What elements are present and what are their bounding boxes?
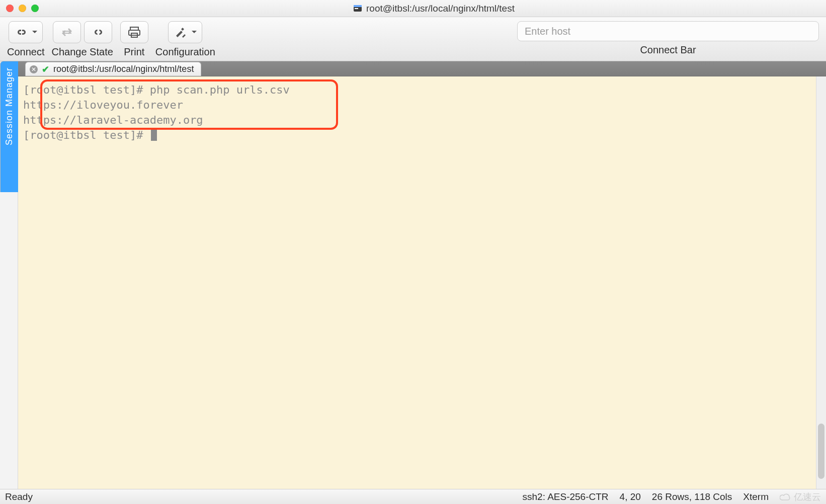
scrollbar-thumb[interactable]: [818, 424, 824, 479]
status-ready: Ready: [5, 491, 33, 502]
change-state-label: Change State: [52, 46, 113, 58]
status-bar: Ready ssh2: AES-256-CTR 4, 20 26 Rows, 1…: [0, 489, 826, 504]
configuration-label: Configuration: [155, 46, 215, 58]
terminal-app-icon: [353, 4, 362, 13]
watermark-text: 亿速云: [794, 491, 821, 503]
terminal-line: [root@itbsl test]# php scan.php urls.csv: [23, 83, 290, 96]
close-window-button[interactable]: [6, 5, 14, 12]
broken-link-icon: [92, 26, 105, 38]
tools-icon: [174, 26, 188, 38]
configuration-button[interactable]: [168, 21, 202, 43]
status-term: Xterm: [743, 491, 769, 502]
window-controls: [6, 5, 39, 12]
terminal-cursor: [151, 129, 157, 141]
minimize-window-button[interactable]: [19, 5, 26, 12]
workspace: Session Manager ✕ ✔ root@itbsl:/usr/loca…: [0, 61, 826, 489]
terminal-line: https://laravel-academy.org: [23, 114, 203, 126]
window-title-text: root@itbsl:/usr/local/nginx/html/test: [366, 3, 515, 14]
connect-bar-group: Connect Bar: [517, 21, 819, 56]
connect-group: Connect: [7, 21, 45, 58]
terminal-container: [root@itbsl test]# php scan.php urls.csv…: [18, 76, 826, 489]
print-label: Print: [124, 46, 144, 58]
tab-connected-icon: ✔: [42, 64, 49, 75]
status-cursor: 4, 20: [620, 491, 641, 502]
maximize-window-button[interactable]: [31, 5, 39, 12]
connect-button[interactable]: [9, 21, 43, 43]
print-group: Print: [120, 21, 148, 58]
session-manager-tab[interactable]: Session Manager: [0, 61, 18, 192]
cloud-icon: [780, 493, 791, 501]
link-icon: [14, 26, 28, 38]
session-manager-panel: Session Manager: [0, 61, 18, 489]
printer-icon: [127, 26, 141, 38]
tab-strip: ✕ ✔ root@itbsl:/usr/local/nginx/html/tes…: [18, 61, 826, 76]
session-manager-label: Session Manager: [4, 67, 15, 145]
terminal-line: https://iloveyou.forever: [23, 99, 183, 111]
session-tab[interactable]: ✕ ✔ root@itbsl:/usr/local/nginx/html/tes…: [25, 62, 201, 76]
main-area: ✕ ✔ root@itbsl:/usr/local/nginx/html/tes…: [18, 61, 826, 489]
watermark: 亿速云: [780, 491, 821, 503]
tab-title: root@itbsl:/usr/local/nginx/html/test: [53, 64, 194, 74]
terminal-line: [root@itbsl test]#: [23, 129, 150, 141]
status-cipher: ssh2: AES-256-CTR: [523, 491, 609, 502]
host-input[interactable]: [517, 21, 819, 41]
connect-label: Connect: [7, 46, 45, 58]
svg-rect-2: [355, 8, 358, 9]
reconnect-icon: [60, 26, 73, 38]
terminal[interactable]: [root@itbsl test]# php scan.php urls.csv…: [18, 76, 816, 489]
chevron-down-icon: [32, 30, 37, 34]
reconnect-button[interactable]: [53, 21, 81, 43]
svg-rect-1: [354, 5, 362, 7]
window-titlebar: root@itbsl:/usr/local/nginx/html/test: [0, 0, 826, 17]
window-title: root@itbsl:/usr/local/nginx/html/test: [48, 3, 820, 14]
print-button[interactable]: [120, 21, 148, 43]
configuration-group: Configuration: [155, 21, 215, 58]
status-size: 26 Rows, 118 Cols: [652, 491, 732, 502]
change-state-group: Change State: [52, 21, 113, 58]
disconnect-button[interactable]: [84, 21, 112, 43]
toolbar: Connect Change State: [0, 17, 826, 61]
chevron-down-icon: [192, 30, 197, 34]
tab-close-icon[interactable]: ✕: [30, 65, 38, 73]
connect-bar-label: Connect Bar: [640, 44, 696, 56]
vertical-scrollbar[interactable]: [816, 76, 826, 489]
